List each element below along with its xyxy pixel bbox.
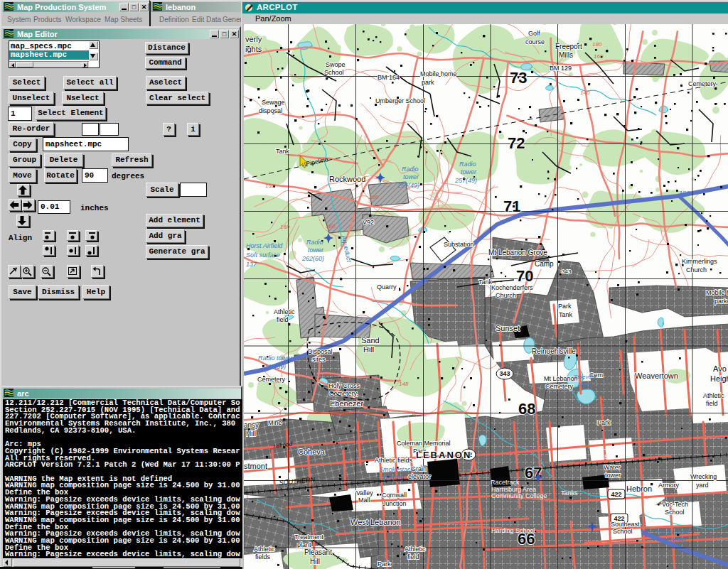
svg-text:Church: Church — [686, 266, 707, 273]
svg-text:Junction: Junction — [382, 500, 407, 507]
svg-text:Mt Lebanon: Mt Lebanon — [544, 375, 578, 382]
svg-text:71: 71 — [503, 197, 520, 215]
svg-text:School: School — [324, 69, 344, 76]
svg-text:Park: Park — [378, 560, 391, 568]
svg-text:Coleman Memorial: Coleman Memorial — [397, 440, 451, 447]
svg-text:73: 73 — [510, 69, 527, 87]
svg-text:Tank: Tank — [559, 311, 573, 318]
svg-text:Athletic: Athletic — [405, 546, 426, 553]
svg-text:Ebenezer: Ebenezer — [330, 399, 363, 408]
svg-text:Sunset: Sunset — [496, 324, 520, 332]
svg-text:Mall: Mall — [358, 497, 370, 504]
svg-text:Cemetery: Cemetery — [545, 383, 574, 390]
svg-text:Radio tower: Radio tower — [258, 354, 293, 362]
svg-text:ights: ights — [245, 45, 262, 53]
svg-text:Mobile home: Mobile home — [706, 289, 728, 296]
svg-text:BM 164: BM 164 — [378, 74, 400, 81]
svg-text:West Lebanon: West Lebanon — [350, 518, 401, 526]
svg-text:Water: Water — [604, 464, 621, 471]
svg-text:257(49): 257(49) — [454, 177, 477, 184]
svg-text:Cemetery: Cemetery — [257, 376, 286, 383]
svg-text:259(49): 259(49) — [397, 182, 419, 189]
svg-text:Horst Airfield: Horst Airfield — [246, 242, 283, 249]
svg-text:68: 68 — [518, 400, 535, 418]
svg-text:343: 343 — [499, 370, 510, 377]
svg-text:Armory: Armory — [658, 482, 679, 489]
svg-text:262(60): 262(60) — [301, 255, 324, 262]
svg-text:Treatment: Treatment — [294, 533, 323, 541]
svg-text:Sch: Sch — [604, 453, 616, 460]
svg-text:Park: Park — [597, 419, 611, 426]
svg-text:field: field — [407, 553, 419, 560]
svg-text:Freeport: Freeport — [555, 43, 582, 50]
svg-text:course: course — [525, 38, 545, 45]
svg-text:elevator: elevator — [408, 473, 431, 480]
svg-text:160: 160 — [341, 376, 351, 382]
svg-text:160: 160 — [594, 53, 604, 60]
svg-text:Camp: Camp — [535, 260, 554, 268]
svg-text:LEBANON: LEBANON — [416, 450, 471, 460]
svg-text:Southeast: Southeast — [611, 521, 640, 528]
svg-text:ansy: ansy — [244, 421, 259, 429]
svg-text:Kochenderfers: Kochenderfers — [491, 284, 533, 291]
svg-text:180: 180 — [592, 41, 602, 48]
svg-text:Cornwall: Cornwall — [382, 492, 407, 499]
svg-text:stmont: stmont — [244, 462, 267, 470]
svg-text:Kimmerlings: Kimmerlings — [682, 258, 717, 265]
svg-text:Tank: Tank — [276, 148, 290, 155]
svg-text:Quarry: Quarry — [377, 283, 397, 291]
svg-text:School: School — [613, 528, 633, 535]
svg-text:Cemetery: Cemetery — [688, 80, 717, 87]
svg-text:BM 129: BM 129 — [550, 65, 572, 72]
svg-text:180: 180 — [326, 223, 336, 229]
svg-text:Rockwood: Rockwood — [329, 175, 365, 183]
svg-text:Lake: Lake — [578, 381, 591, 387]
svg-text:Radio: Radio — [459, 161, 476, 168]
svg-text:70: 70 — [516, 267, 533, 285]
svg-text:Houck: Houck — [602, 446, 621, 453]
svg-text:200: 200 — [368, 194, 379, 200]
svg-text:148: 148 — [399, 381, 409, 387]
svg-text:Community College: Community College — [491, 492, 547, 499]
svg-text:park: park — [714, 298, 727, 305]
svg-text:Disposal: Disposal — [308, 348, 333, 355]
svg-text:Mobile home: Mobile home — [420, 70, 457, 77]
svg-text:72: 72 — [508, 134, 525, 152]
svg-text:plant: plant — [297, 541, 311, 548]
svg-text:disposal: disposal — [259, 107, 282, 114]
svg-text:(92(48): (92(48) — [383, 474, 404, 481]
svg-text:Mine: Mine — [268, 419, 282, 426]
svg-text:Heigh: Heigh — [710, 374, 728, 383]
svg-text:248(69): 248(69) — [263, 363, 286, 370]
svg-text:Hill: Hill — [363, 345, 374, 354]
svg-text:Mills: Mills — [559, 51, 573, 59]
svg-text:Tanks: Tanks — [561, 489, 578, 497]
svg-text:Hill: Hill — [246, 430, 256, 438]
svg-text:Racetrack: Racetrack — [491, 479, 520, 486]
svg-text:Smokestack: Smokestack — [379, 466, 414, 473]
svg-text:343: 343 — [562, 269, 572, 275]
svg-text:Athletic fields: Athletic fields — [375, 457, 413, 464]
svg-text:Athletic: Athletic — [254, 546, 275, 553]
svg-text:Soft surface: Soft surface — [246, 251, 280, 259]
svg-text:160: 160 — [280, 224, 290, 230]
svg-text:Park: Park — [558, 303, 572, 310]
svg-text:tower: tower — [605, 472, 621, 479]
svg-text:yard: yard — [696, 482, 709, 489]
svg-text:Voc-Tech: Voc-Tech — [662, 501, 688, 508]
svg-text:park: park — [422, 79, 434, 86]
svg-text:Athletic: Athletic — [703, 392, 724, 399]
svg-text:field: field — [706, 400, 718, 407]
svg-text:Coheva: Coheva — [298, 448, 326, 456]
svg-text:Umberger School: Umberger School — [375, 97, 425, 104]
svg-text:Hill: Hill — [310, 558, 320, 565]
svg-text:V92: V92 — [363, 219, 374, 226]
svg-text:Mt Lebanon Grove: Mt Lebanon Grove — [488, 249, 547, 256]
svg-text:Wrecking: Wrecking — [690, 473, 717, 480]
svg-text:Radio: Radio — [306, 239, 323, 246]
svg-text:tower: tower — [308, 246, 324, 254]
svg-text:Golf: Golf — [528, 30, 540, 37]
svg-text:Church: Church — [496, 292, 516, 299]
svg-text:verly: verly — [245, 35, 262, 43]
svg-text:Sewage: Sewage — [262, 99, 285, 106]
